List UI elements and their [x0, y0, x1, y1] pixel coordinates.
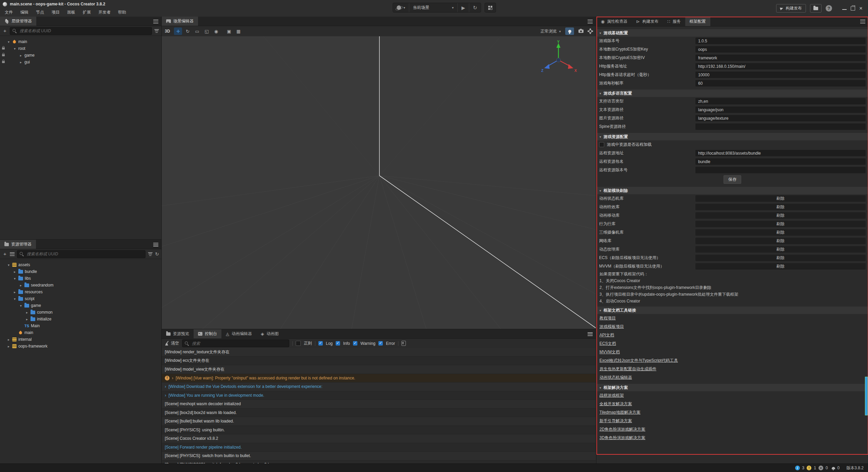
- move-tool-button[interactable]: ✛: [174, 27, 182, 35]
- menu-节点[interactable]: 节点: [33, 9, 47, 16]
- link-3D角色扮演游戏解决方案[interactable]: 3D角色扮演游戏解决方案: [599, 435, 645, 441]
- tree-node-assets[interactable]: ▾assets: [0, 261, 161, 268]
- link-全栈开发解决方案[interactable]: 全栈开发解决方案: [599, 401, 632, 407]
- filter-checkbox-Error[interactable]: [378, 341, 383, 346]
- chevron-icon[interactable]: ▸: [13, 290, 17, 294]
- build-publish-button[interactable]: 构建发布: [776, 4, 806, 13]
- menu-项目[interactable]: 项目: [48, 9, 63, 16]
- tab-属性检查器[interactable]: ◉属性检查器: [596, 17, 632, 26]
- gear-icon[interactable]: [588, 29, 593, 34]
- maximize-button[interactable]: [851, 6, 855, 11]
- console-search-input[interactable]: [191, 341, 287, 346]
- prop-input[interactable]: [695, 115, 866, 121]
- view-3d-toggle[interactable]: 3D: [165, 29, 170, 34]
- log-row[interactable]: [Scene] Cocos Creator v3.8.2: [162, 434, 596, 443]
- play-button[interactable]: ▶: [458, 3, 469, 12]
- remove-button[interactable]: 剔除: [695, 238, 866, 244]
- inspector-menu-icon[interactable]: [860, 20, 865, 23]
- chevron-icon[interactable]: ▸: [19, 283, 23, 287]
- local-space-toggle[interactable]: ▣: [225, 27, 233, 35]
- chevron-icon[interactable]: ▸: [25, 317, 29, 321]
- log-row[interactable]: !›[Window] [Vue warn]: Property "onInput…: [162, 374, 596, 383]
- chevron-icon[interactable]: ▸: [7, 338, 11, 341]
- link-Tiledmap地图解决方案[interactable]: Tiledmap地图解决方案: [599, 410, 640, 415]
- scene-menu-icon[interactable]: [588, 20, 593, 23]
- assets-menu-icon[interactable]: [153, 243, 158, 247]
- tree-node-root[interactable]: ▾root: [0, 45, 161, 52]
- preview-qr-button[interactable]: [485, 3, 496, 13]
- chevron-icon[interactable]: ▾: [13, 297, 17, 301]
- tree-node-Main[interactable]: TSMain: [0, 322, 161, 329]
- scale-tool-button[interactable]: ◱: [202, 27, 211, 35]
- chevron-icon[interactable]: ▸: [7, 345, 11, 348]
- refresh-icon[interactable]: ↻: [155, 251, 159, 257]
- expand-chevron-icon[interactable]: ›: [165, 384, 166, 389]
- log-file-icon[interactable]: [401, 341, 406, 346]
- tree-node-common[interactable]: ▸common: [0, 309, 161, 316]
- clear-console-button[interactable]: 清空: [165, 340, 179, 346]
- log-row[interactable]: [Scene] [PHYSICS]: switch from builtin t…: [162, 452, 596, 460]
- tree-node-main[interactable]: ▾main: [0, 38, 161, 45]
- log-row[interactable]: [Scene] [box2d]:box2d wasm lib loaded.: [162, 409, 596, 417]
- prop-input[interactable]: [695, 106, 866, 113]
- log-row[interactable]: [Window] model_view文件夹存在: [162, 365, 596, 374]
- tree-node-script[interactable]: ▾script: [0, 295, 161, 302]
- menu-扩展[interactable]: 扩展: [79, 9, 94, 16]
- filter-checkbox-Warning[interactable]: [353, 341, 357, 346]
- axis-gizmo[interactable]: Y X Z: [541, 40, 578, 78]
- log-row[interactable]: ›[Window] Download the Vue Devtools exte…: [162, 382, 596, 391]
- link-教程项目[interactable]: 教程项目: [599, 315, 616, 321]
- tab-动画图[interactable]: ◈动画图: [256, 329, 283, 338]
- camera-settings-button[interactable]: [578, 29, 584, 33]
- chevron-icon[interactable]: ▸: [13, 270, 17, 274]
- tab-scene-editor[interactable]: 场景编辑器: [162, 17, 198, 26]
- prop-input[interactable]: [695, 150, 866, 156]
- link-ECS文档[interactable]: ECS文档: [599, 341, 616, 347]
- filter-checkbox-Info[interactable]: [336, 341, 340, 346]
- tree-node-bundle[interactable]: ▸bundle: [0, 268, 161, 275]
- menu-编辑[interactable]: 编辑: [17, 9, 32, 16]
- remove-button[interactable]: 剔除: [695, 246, 866, 253]
- prop-input[interactable]: [695, 98, 866, 104]
- log-row[interactable]: [Scene] [PHYSICS]: using builtin.: [162, 426, 596, 435]
- link-Excel格式转Json文件与TypeScript代码工具[interactable]: Excel格式转Json文件与TypeScript代码工具: [599, 358, 678, 363]
- restart-button[interactable]: ↻: [469, 3, 481, 12]
- remove-button[interactable]: 剔除: [695, 212, 866, 219]
- error-count-icon[interactable]: ×: [818, 466, 823, 470]
- section-header-框架解决方案[interactable]: ▾框架解决方案: [596, 384, 868, 391]
- link-游戏模板项目[interactable]: 游戏模板项目: [599, 324, 624, 330]
- prop-input[interactable]: [695, 55, 866, 61]
- chevron-icon[interactable]: ▸: [19, 60, 23, 64]
- close-button[interactable]: ×: [859, 6, 863, 11]
- tree-node-initialize[interactable]: ▸initialize: [0, 316, 161, 322]
- section-header-游戏资源配置[interactable]: ▾游戏资源配置: [596, 133, 868, 140]
- open-project-folder-button[interactable]: [810, 4, 822, 13]
- tree-node-game[interactable]: ▾game: [0, 302, 161, 309]
- menu-面板[interactable]: 面板: [64, 9, 79, 16]
- tab-assets[interactable]: 资源管理器: [0, 240, 36, 249]
- info-count-icon[interactable]: i: [795, 466, 800, 470]
- link-2D角色扮演游戏解决方案[interactable]: 2D角色扮演游戏解决方案: [599, 427, 645, 432]
- rect-tool-button[interactable]: ▭: [193, 27, 201, 35]
- remove-button[interactable]: 剔除: [695, 255, 866, 261]
- tree-node-game[interactable]: ▸game: [0, 52, 161, 59]
- create-asset-button[interactable]: +: [2, 252, 7, 256]
- expand-chevron-icon[interactable]: ›: [172, 376, 173, 380]
- section-header-框架模块剔除[interactable]: ▾框架模块剔除: [596, 187, 868, 194]
- chevron-icon[interactable]: ▾: [7, 263, 11, 267]
- tab-动画编辑器[interactable]: ◬动画编辑器: [221, 329, 256, 338]
- filter-icon[interactable]: [154, 29, 159, 33]
- create-node-button[interactable]: +: [2, 29, 7, 33]
- view-mode-dropdown[interactable]: 正常浏览 ▾: [540, 28, 561, 34]
- section-header-框架文档工具链接[interactable]: ▾框架文档工具链接: [596, 307, 868, 314]
- log-row[interactable]: ›[Window] You are running Vue in develop…: [162, 391, 596, 400]
- prop-input[interactable]: [695, 123, 866, 130]
- snap-toggle[interactable]: ▦: [234, 27, 242, 35]
- section-header-游戏多语言配置[interactable]: ▾游戏多语言配置: [596, 90, 868, 97]
- menu-开发者[interactable]: 开发者: [95, 9, 114, 16]
- help-button[interactable]: ?: [826, 5, 832, 12]
- tab-资源预览[interactable]: 资源预览: [162, 329, 194, 338]
- menu-帮助[interactable]: 帮助: [115, 9, 130, 16]
- tree-node-main[interactable]: main: [0, 329, 161, 336]
- tree-node-libs[interactable]: ▾libs: [0, 275, 161, 282]
